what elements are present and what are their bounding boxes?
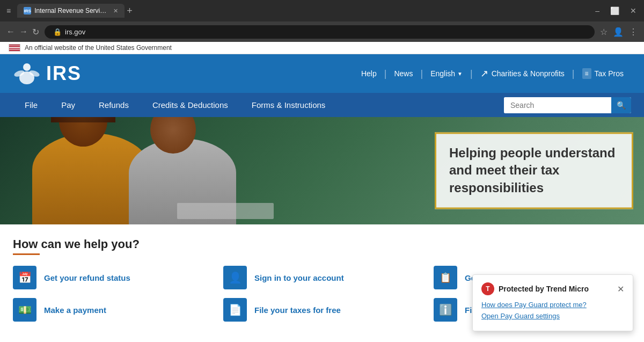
charities-label: Charities & Nonprofits: [492, 69, 565, 78]
nav-forms[interactable]: Forms & Instructions: [240, 93, 338, 117]
irs-logo[interactable]: IRS: [13, 60, 82, 88]
tab-list-btn[interactable]: ≡: [4, 5, 13, 16]
toolbar-right: ☆ 👤 ⋮: [600, 27, 638, 37]
title-underline: [13, 253, 40, 255]
help-item-payment[interactable]: 💵 Make a payment: [13, 298, 210, 322]
getyour-icon: 📋: [434, 266, 457, 289]
signin-icon: 👤: [223, 266, 247, 289]
minimize-btn[interactable]: –: [592, 5, 603, 16]
tax-pros-icon: ≡: [582, 68, 591, 79]
dropdown-arrow-icon: ▼: [457, 71, 463, 77]
filetaxes-link[interactable]: File your taxes for free: [254, 305, 341, 315]
hero-section: Helping people understand and meet their…: [0, 117, 644, 224]
trend-header: T Protected by Trend Micro ✕: [481, 282, 624, 295]
nav-links: File Pay Refunds Credits & Deductions Fo…: [13, 93, 337, 117]
tab-title: Internal Revenue Service | An o: [34, 7, 109, 14]
window-controls: – ⬜ ✕: [592, 5, 640, 16]
header-right: Help | News | English ▼ | ↗ Charities & …: [354, 68, 631, 79]
tab-favicon: IRS: [24, 7, 31, 14]
tax-pros-link[interactable]: ≡ Tax Pros: [575, 68, 631, 79]
profile-icon[interactable]: 👤: [613, 27, 624, 37]
language-label: English: [430, 69, 455, 78]
tab-bar: IRS Internal Revenue Service | An o ✕ +: [17, 4, 588, 18]
trend-micro-title: Protected by Trend Micro: [499, 285, 589, 293]
pay-guard-settings-link[interactable]: Open Pay Guard settings: [481, 312, 624, 320]
url-text: irs.gov: [65, 28, 85, 36]
irs-logo-text: IRS: [46, 62, 82, 85]
pay-guard-help-link[interactable]: How does Pay Guard protect me?: [481, 301, 624, 309]
nav-controls: ← → ↻: [6, 27, 39, 37]
irs-eagle-icon: [13, 60, 41, 88]
tab-close-btn[interactable]: ✕: [113, 8, 118, 14]
hero-people-image: [0, 117, 419, 224]
tax-pros-label: Tax Pros: [595, 69, 624, 78]
laptop: [177, 203, 274, 219]
browser-chrome: ≡ IRS Internal Revenue Service | An o ✕ …: [0, 0, 644, 21]
payment-icon: 💵: [13, 298, 36, 322]
charities-icon: ↗: [480, 68, 488, 79]
signin-link[interactable]: Sign in to your account: [254, 273, 344, 282]
help-link[interactable]: Help: [354, 69, 384, 78]
nav-bar: File Pay Refunds Credits & Deductions Fo…: [0, 93, 644, 117]
help-item-filetaxes[interactable]: 📄 File your taxes for free: [223, 298, 421, 322]
back-btn[interactable]: ←: [6, 27, 15, 37]
nav-file[interactable]: File: [13, 93, 49, 117]
us-flag-icon: [9, 44, 20, 52]
svg-point-0: [23, 63, 31, 71]
gov-banner-text: An official website of the United States…: [25, 44, 172, 52]
search-btn[interactable]: 🔍: [611, 97, 631, 113]
gov-banner: An official website of the United States…: [0, 42, 644, 54]
irs-header: IRS Help | News | English ▼ | ↗ Charitie…: [0, 54, 644, 93]
news-link[interactable]: News: [386, 69, 420, 78]
forward-btn[interactable]: →: [19, 27, 28, 37]
window-close-btn[interactable]: ✕: [627, 5, 640, 16]
charities-link[interactable]: ↗ Charities & Nonprofits: [473, 68, 572, 79]
trend-micro-close-btn[interactable]: ✕: [617, 284, 624, 294]
url-bar[interactable]: 🔒 irs.gov: [45, 25, 595, 39]
payment-link[interactable]: Make a payment: [44, 305, 106, 315]
active-tab[interactable]: IRS Internal Revenue Service | An o ✕: [17, 4, 125, 18]
filetaxes-icon: 📄: [223, 298, 247, 322]
hero-text-box: Helping people understand and meet their…: [435, 132, 633, 209]
nav-credits[interactable]: Credits & Deductions: [141, 93, 240, 117]
search-input[interactable]: [504, 97, 611, 113]
findform-icon: ℹ️: [434, 298, 457, 322]
refund-link[interactable]: Get your refund status: [44, 273, 130, 282]
search-box: 🔍: [504, 97, 631, 113]
more-options-icon[interactable]: ⋮: [629, 27, 638, 37]
help-item-signin[interactable]: 👤 Sign in to your account: [223, 266, 421, 289]
maximize-btn[interactable]: ⬜: [607, 5, 623, 16]
nav-pay[interactable]: Pay: [49, 93, 87, 117]
help-section-title: How can we help you?: [13, 237, 631, 251]
trend-micro-logo: T: [481, 282, 494, 295]
nav-refunds[interactable]: Refunds: [87, 93, 141, 117]
hero-tagline: Helping people understand and meet their…: [449, 144, 619, 197]
trend-micro-popup: T Protected by Trend Micro ✕ How does Pa…: [472, 274, 633, 331]
address-bar: ← → ↻ 🔒 irs.gov ☆ 👤 ⋮: [0, 21, 644, 42]
language-dropdown[interactable]: English ▼: [423, 69, 470, 78]
bookmark-icon[interactable]: ☆: [600, 27, 608, 37]
help-item-refund[interactable]: 📅 Get your refund status: [13, 266, 210, 289]
reload-btn[interactable]: ↻: [32, 27, 39, 37]
refund-icon: 📅: [13, 266, 36, 289]
browser-controls: ≡: [4, 5, 13, 16]
new-tab-btn[interactable]: +: [127, 5, 133, 17]
